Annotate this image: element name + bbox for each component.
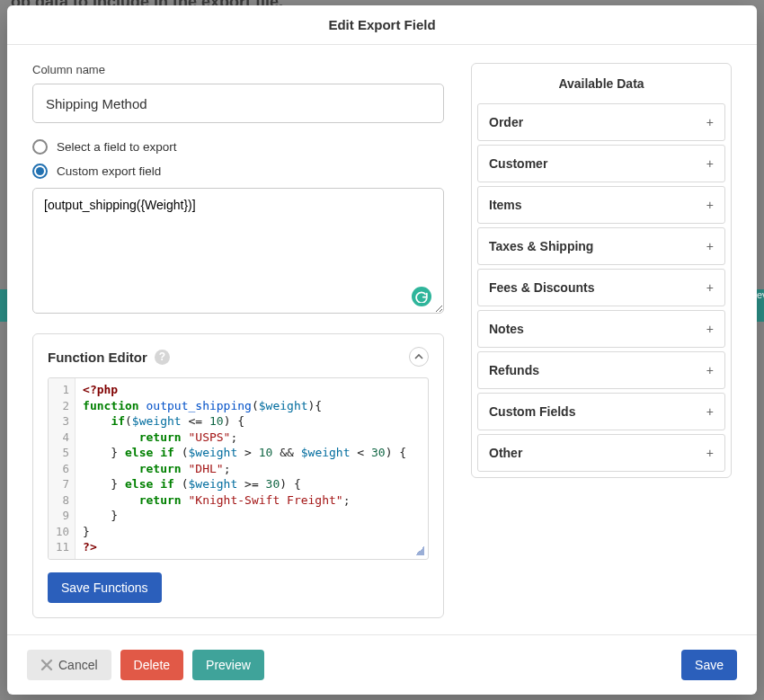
radio-custom-label: Custom export field xyxy=(57,164,161,178)
column-name-label: Column name xyxy=(32,63,444,76)
delete-button[interactable]: Delete xyxy=(120,650,183,680)
avail-item-label: Order xyxy=(489,115,523,129)
cancel-button[interactable]: Cancel xyxy=(27,650,111,680)
edit-export-field-modal: Edit Export Field Column name Select a f… xyxy=(7,5,757,695)
radio-select-label: Select a field to export xyxy=(57,140,177,154)
avail-item-label: Customer xyxy=(489,156,547,171)
collapse-button[interactable] xyxy=(409,347,429,367)
avail-item-label: Fees & Discounts xyxy=(489,280,594,295)
available-data-title: Available Data xyxy=(472,64,731,103)
resize-handle-icon[interactable] xyxy=(415,546,424,555)
avail-item-order[interactable]: Order+ xyxy=(477,103,725,141)
modal-title: Edit Export Field xyxy=(7,5,757,45)
cancel-label: Cancel xyxy=(58,658,98,672)
avail-item-label: Refunds xyxy=(489,363,539,377)
plus-icon: + xyxy=(706,280,714,295)
avail-item-label: Taxes & Shipping xyxy=(489,239,593,253)
close-icon xyxy=(40,659,53,671)
help-icon[interactable]: ? xyxy=(155,350,170,365)
avail-item-items[interactable]: Items+ xyxy=(477,186,725,224)
code-gutter: 1234567891011 xyxy=(49,378,76,559)
plus-icon: + xyxy=(706,156,714,171)
avail-item-refunds[interactable]: Refunds+ xyxy=(477,351,725,389)
radio-custom-field[interactable] xyxy=(32,164,48,179)
avail-item-custom-fields[interactable]: Custom Fields+ xyxy=(477,393,725,430)
plus-icon: + xyxy=(706,239,714,253)
grammarly-icon[interactable] xyxy=(412,287,431,306)
save-functions-button[interactable]: Save Functions xyxy=(48,572,162,603)
avail-item-label: Notes xyxy=(489,322,524,336)
plus-icon: + xyxy=(706,363,714,377)
avail-item-notes[interactable]: Notes+ xyxy=(477,310,725,348)
column-name-input[interactable] xyxy=(32,84,444,123)
save-button[interactable]: Save xyxy=(681,650,737,680)
plus-icon: + xyxy=(706,404,714,419)
avail-item-label: Items xyxy=(489,198,522,212)
background-strip-right: ev xyxy=(757,289,764,322)
radio-select-field[interactable] xyxy=(32,139,48,155)
custom-field-textarea[interactable] xyxy=(32,188,444,314)
avail-item-other[interactable]: Other+ xyxy=(477,434,725,472)
avail-item-label: Other xyxy=(489,446,522,460)
avail-item-fees-discounts[interactable]: Fees & Discounts+ xyxy=(477,269,725,306)
code-editor[interactable]: 1234567891011 <?phpfunction output_shipp… xyxy=(48,377,429,560)
function-editor-panel: Function Editor ? 1234567891011 <?phpfun… xyxy=(32,333,444,618)
avail-item-customer[interactable]: Customer+ xyxy=(477,145,725,182)
plus-icon: + xyxy=(706,115,714,129)
preview-button[interactable]: Preview xyxy=(192,650,264,680)
code-content[interactable]: <?phpfunction output_shipping($weight){ … xyxy=(76,378,413,559)
background-strip xyxy=(0,289,7,322)
available-data-panel: Available Data Order+Customer+Items+Taxe… xyxy=(471,63,732,478)
plus-icon: + xyxy=(706,198,714,212)
plus-icon: + xyxy=(706,446,714,460)
function-editor-title: Function Editor xyxy=(48,350,147,365)
avail-item-label: Custom Fields xyxy=(489,404,575,419)
plus-icon: + xyxy=(706,322,714,336)
avail-item-taxes-shipping[interactable]: Taxes & Shipping+ xyxy=(477,227,725,265)
